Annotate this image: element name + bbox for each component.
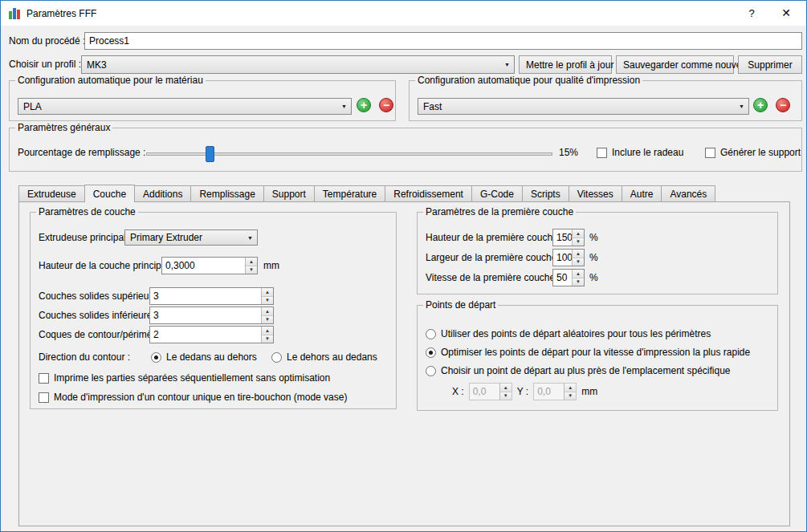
outline-inside-out-option[interactable]: Le dedans au dehors (151, 348, 257, 366)
infill-percentage-value: 15% (559, 144, 578, 161)
app-icon-bar (9, 11, 12, 19)
outline-outside-in-radio[interactable] (271, 352, 282, 363)
add-material-button[interactable]: + (357, 98, 371, 112)
sequential-printing-label: Imprime les parties séparées séquentiell… (54, 372, 330, 384)
first-layer-width-spinbox[interactable]: 100 ▲ ▼ (552, 249, 585, 266)
tab-vitesses[interactable]: Vitesses (569, 185, 622, 201)
y-spinbox[interactable]: 0,0 ▲ ▼ (533, 383, 577, 400)
start-optimize-radio[interactable] (426, 347, 436, 358)
primary-extruder-select[interactable]: Primary Extruder ▼ (124, 229, 258, 246)
generate-support-checkbox[interactable] (705, 148, 715, 158)
spin-down-icon[interactable]: ▼ (500, 392, 512, 400)
process-name-input[interactable] (84, 32, 802, 50)
spin-down-icon[interactable]: ▼ (573, 258, 584, 266)
spin-up-icon[interactable]: ▲ (262, 327, 273, 335)
include-raft-checkbox[interactable] (597, 148, 607, 158)
material-select[interactable]: PLA ▼ (18, 98, 352, 115)
spin-arrows: ▲ ▼ (499, 384, 512, 400)
delete-profile-button[interactable]: Supprimer (738, 55, 802, 74)
remove-material-button[interactable]: − (379, 98, 393, 112)
spin-up-icon[interactable]: ▲ (262, 307, 273, 316)
infill-slider[interactable] (146, 146, 552, 162)
x-label: X : (452, 386, 464, 397)
spin-down-icon[interactable]: ▼ (246, 266, 257, 274)
slider-handle[interactable] (206, 146, 214, 162)
spin-arrows: ▲ ▼ (261, 327, 273, 343)
spin-up-icon[interactable]: ▲ (573, 229, 584, 238)
spin-arrows: ▲ ▼ (261, 307, 273, 323)
outline-outside-in-option[interactable]: Le dehors au dedans (271, 348, 377, 366)
tab-temperature[interactable]: Température (314, 185, 385, 201)
spin-down-icon[interactable]: ▼ (262, 297, 273, 305)
profile-select[interactable]: MK3 ▼ (81, 55, 515, 74)
start-optimize-label: Optimiser les points de départ pour la v… (441, 347, 750, 358)
spin-down-icon[interactable]: ▼ (262, 316, 273, 324)
app-icon-bar (13, 8, 16, 19)
remove-quality-button[interactable]: − (776, 98, 790, 112)
sequential-printing-checkbox[interactable] (39, 373, 49, 384)
first-layer-speed-spinbox[interactable]: 50 ▲ ▼ (552, 269, 585, 286)
spin-down-icon[interactable]: ▼ (573, 278, 584, 286)
spin-down-icon[interactable]: ▼ (262, 335, 273, 343)
tab-remplissage[interactable]: Remplissage (190, 185, 263, 201)
start-optimize-option[interactable]: Optimiser les points de départ pour la v… (426, 343, 750, 361)
app-icon (9, 7, 20, 19)
plus-icon: + (757, 99, 764, 112)
y-label: Y : (517, 386, 528, 397)
save-as-new-button[interactable]: Sauvegarder comme nouveau (616, 55, 734, 74)
spin-up-icon[interactable]: ▲ (573, 250, 584, 258)
generate-support-option[interactable]: Générer le support (705, 144, 801, 161)
tab-couche[interactable]: Couche (84, 185, 135, 202)
perimeter-shells-value: 2 (150, 327, 261, 343)
bottom-solid-layers-spinbox[interactable]: 3 ▲ ▼ (149, 307, 274, 324)
update-profile-button[interactable]: Mettre le profil à jour (519, 55, 612, 74)
spin-up-icon[interactable]: ▲ (262, 288, 273, 297)
spin-up-icon[interactable]: ▲ (573, 270, 584, 278)
chevron-down-icon: ▼ (735, 104, 748, 109)
spin-down-icon[interactable]: ▼ (573, 238, 584, 246)
outline-outside-in-label: Le dehors au dedans (287, 351, 377, 363)
tab-additions[interactable]: Additions (134, 185, 191, 201)
include-raft-option[interactable]: Inclure le radeau (597, 144, 683, 161)
tab-extrudeuse[interactable]: Extrudeuse (18, 185, 85, 201)
chevron-down-icon: ▼ (243, 235, 257, 241)
spin-up-icon[interactable]: ▲ (564, 384, 576, 392)
tab-support[interactable]: Support (263, 185, 315, 201)
spin-up-icon[interactable]: ▲ (500, 384, 512, 392)
vase-mode-option[interactable]: Mode d'impression d'un contour unique en… (39, 388, 347, 406)
start-choose-label: Choisir un point de départ au plus près … (441, 365, 731, 376)
tab-g-code[interactable]: G-Code (471, 185, 523, 201)
add-quality-button[interactable]: + (753, 98, 768, 112)
material-value: PLA (18, 101, 337, 112)
primary-extruder-label: Extrudeuse principale (39, 229, 131, 246)
vase-mode-checkbox[interactable] (39, 392, 49, 403)
help-button[interactable]: ? (736, 1, 768, 26)
quality-select[interactable]: Fast ▼ (418, 98, 749, 115)
first-layer-speed-label: Vitesse de la première couche (426, 269, 555, 286)
x-spinbox[interactable]: 0,0 ▲ ▼ (469, 383, 512, 400)
top-solid-layers-spinbox[interactable]: 3 ▲ ▼ (149, 287, 274, 305)
spin-up-icon[interactable]: ▲ (246, 258, 257, 266)
spin-down-icon[interactable]: ▼ (564, 392, 576, 400)
start-random-radio[interactable] (426, 329, 436, 339)
layer-settings-title: Paramètres de couche (36, 206, 138, 218)
start-choose-radio[interactable] (426, 366, 436, 376)
first-layer-width-label: Largeur de la première couche (426, 249, 556, 266)
start-random-option[interactable]: Utiliser des points de départ aléatoires… (426, 325, 711, 343)
tab-refroidissement[interactable]: Refroidissement (385, 185, 472, 201)
first-layer-height-spinbox[interactable]: 150 ▲ ▼ (552, 229, 585, 246)
layer-height-spinbox[interactable]: 0,3000 ▲ ▼ (161, 257, 258, 274)
tab-content-pane: Paramètres de couche Extrudeuse principa… (18, 201, 790, 526)
outline-inside-out-radio[interactable] (151, 352, 161, 363)
spin-arrows: ▲ ▼ (245, 258, 257, 274)
outline-direction-label: Direction du contour : (39, 348, 130, 366)
start-choose-option[interactable]: Choisir un point de départ au plus près … (426, 362, 731, 380)
perimeter-shells-spinbox[interactable]: 2 ▲ ▼ (149, 326, 274, 343)
top-solid-layers-label: Couches solides supérieures (39, 287, 162, 305)
tab-autre[interactable]: Autre (622, 185, 662, 201)
sequential-printing-option[interactable]: Imprime les parties séparées séquentiell… (39, 369, 330, 387)
include-raft-label: Inclure le radeau (612, 147, 683, 158)
tab-scripts[interactable]: Scripts (522, 185, 569, 201)
tab-avances[interactable]: Avancés (661, 185, 715, 201)
close-button[interactable]: ✕ (768, 1, 805, 26)
